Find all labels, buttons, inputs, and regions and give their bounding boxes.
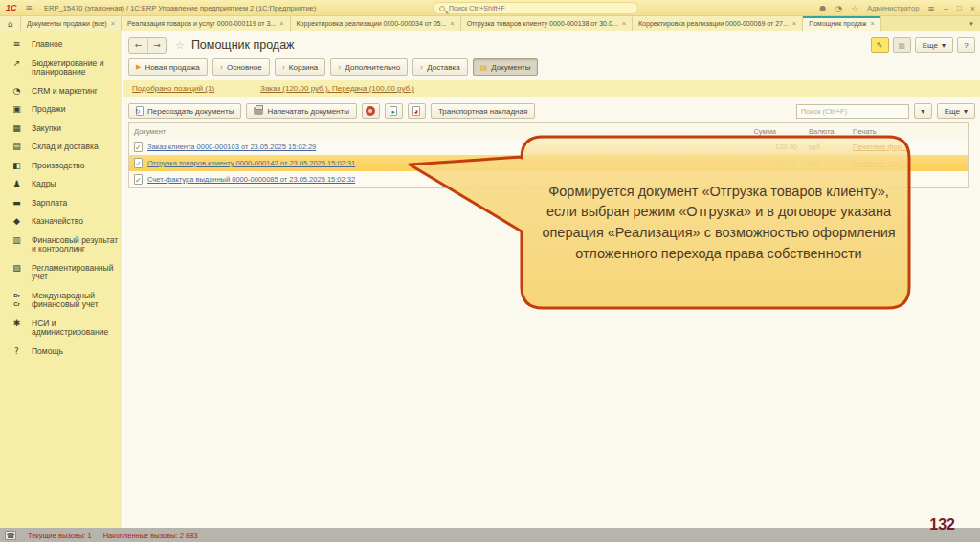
sidebar-item-crm[interactable]: ◔CRM и маркетинг (0, 82, 122, 101)
grid-icon: ▦ (898, 41, 905, 50)
tab-realization[interactable]: Реализация товаров и услуг 0000-000119 о… (122, 16, 290, 31)
table-search-input[interactable] (796, 104, 909, 119)
sidebar-item-nsi-admin[interactable]: ✱НСИ и администрирование (0, 315, 122, 342)
panel-header: ← → ☆ Помощник продаж ✎ ▦ Еще▾ ? (128, 35, 975, 55)
sidebar-item-finresult[interactable]: ▥Финансовый результат и контроллинг (0, 231, 122, 259)
service-menu-icon[interactable]: ≡ (927, 4, 935, 13)
button-label: Транспортная накладная (438, 107, 527, 116)
document-link[interactable]: Отгрузка товаров клиенту 0000-000142 от … (147, 159, 355, 167)
close-tab-icon[interactable]: × (622, 19, 626, 28)
sidebar-item-ifrs[interactable]: Dr CrМеждународный финансовый учет (0, 287, 122, 315)
selected-positions-link[interactable]: Подобрано позиций (1) (132, 84, 214, 93)
step-new-sale-button[interactable]: ▶Новая продажа (128, 58, 208, 76)
current-user[interactable]: Администратор (867, 4, 919, 12)
search-icon (439, 6, 445, 11)
minimize-icon[interactable]: – (944, 4, 948, 13)
sidebar-item-label: Склад и доставка (32, 143, 99, 152)
grid-view-button[interactable]: ▦ (893, 37, 911, 53)
sidebar-item-help[interactable]: ?Помощь (0, 342, 122, 362)
sidebar-item-payroll[interactable]: ▬Зарплата (0, 194, 122, 213)
step-delivery-button[interactable]: ›Доставка (412, 58, 468, 76)
step-label: Документы (491, 63, 530, 72)
back-button[interactable]: ← (129, 38, 147, 53)
sidebar-item-production[interactable]: ◧Производство (0, 157, 122, 176)
more-button-header[interactable]: Еще▾ (915, 37, 953, 53)
tab-label: Документы продажи (все) (27, 20, 107, 27)
chart-up-icon: ↗ (11, 59, 23, 69)
step-additional-button[interactable]: ›Дополнительно (330, 58, 408, 76)
tab-bar: ⌂ Документы продажи (все) × Реализация т… (0, 16, 980, 31)
sidebar-item-treasury[interactable]: ◆Казначейство (0, 212, 122, 231)
window-titlebar: 1С ≡ ERP_15470 (эталонная) / 1C:ERP Упра… (0, 0, 980, 16)
factory-icon: ◧ (11, 162, 23, 171)
global-search-input[interactable] (449, 5, 632, 11)
treasury-icon: ◆ (11, 217, 23, 227)
main-menu-icon[interactable]: ≡ (26, 3, 33, 12)
red-badge-button[interactable] (362, 103, 380, 119)
wizard-steps: ▶Новая продажа ›Основное ›Корзина ›Допол… (128, 58, 538, 76)
close-tab-icon[interactable]: × (792, 19, 796, 28)
page-title: Помощник продаж (191, 38, 295, 52)
close-tab-icon[interactable]: × (279, 19, 283, 28)
document-link[interactable]: Счет-фактура выданный 0000-0000085 от 23… (147, 175, 355, 184)
step-documents-button[interactable]: ▤Документы (473, 58, 539, 76)
briefcase-icon: ▣ (11, 105, 23, 115)
notifications-bell-icon[interactable]: ● (819, 4, 826, 12)
step-label: Новая продажа (145, 63, 199, 72)
sidebar-item-label: CRM и маркетинг (32, 87, 98, 97)
waybill-button[interactable]: Транспортная накладная (431, 103, 535, 119)
step-label: Основное (227, 63, 262, 72)
sidebar-item-hr[interactable]: ♟Кадры (0, 175, 122, 194)
tab-sales-assistant[interactable]: Помощник продаж × (803, 16, 881, 31)
step-cart-button[interactable]: ›Корзина (275, 58, 326, 76)
sidebar-item-label: Помощь (32, 347, 63, 357)
print-documents-button[interactable]: Напечатать документы (246, 103, 356, 119)
tab-shipment[interactable]: Отгрузка товаров клиенту 0000-000138 от … (461, 16, 633, 31)
search-dropdown-button[interactable]: ▾ (914, 103, 932, 119)
maximize-icon[interactable]: □ (957, 4, 962, 12)
edit-form-button[interactable]: ✎ (871, 37, 889, 53)
sidebar-item-main[interactable]: ≡Главное (0, 35, 122, 55)
close-window-icon[interactable]: × (970, 4, 975, 13)
step-main-button[interactable]: ›Основное (212, 58, 270, 76)
sidebar-item-sales[interactable]: ▣Продажи (0, 100, 122, 120)
phone-calls-icon: ☎ (5, 531, 16, 540)
export-document-button[interactable] (385, 103, 403, 119)
help-button[interactable]: ? (957, 37, 975, 53)
sidebar-item-purchases[interactable]: ▦Закупки (0, 120, 122, 139)
tab-correction-2[interactable]: Корректировка реализации 0000-000069 от … (633, 16, 803, 31)
order-transfer-link[interactable]: Заказ (120,00 руб.), Передача (100,00 ру… (260, 84, 414, 93)
sidebar-item-label: НСИ и администрирование (32, 319, 120, 338)
tab-label: Корректировка реализации 0000-000034 от … (297, 20, 447, 27)
sidebar-item-label: Кадры (32, 180, 56, 189)
status-bar: ☎ Текущие вызовы: 1 Накопленные вызовы: … (0, 528, 980, 542)
global-search[interactable] (433, 2, 638, 14)
favorite-star-icon[interactable]: ☆ (175, 39, 185, 52)
document-link[interactable]: Заказ клиента 0000-000103 от 23.05.2025 … (147, 143, 316, 151)
info-strip: Подобрано позиций (1) Заказ (120,00 руб.… (123, 80, 980, 97)
sidebar-item-regulated[interactable]: ▨Регламентированный учет (0, 259, 122, 287)
step-label: Корзина (289, 63, 318, 72)
close-tab-icon[interactable]: × (870, 19, 874, 28)
close-tab-icon[interactable]: × (450, 19, 454, 28)
document-report-button[interactable] (408, 103, 426, 119)
forward-button[interactable]: → (147, 38, 166, 53)
favorites-star-icon[interactable]: ☆ (851, 4, 858, 13)
recreate-documents-button[interactable]: Пересоздать документы (128, 103, 241, 119)
window-title: ERP_15470 (эталонная) / 1C:ERP Управлени… (44, 4, 316, 12)
sidebar-item-warehouse[interactable]: ▤Склад и доставка (0, 138, 122, 157)
sidebar-item-label: Зарплата (32, 199, 67, 209)
history-icon[interactable]: ◔ (835, 4, 842, 13)
tab-home[interactable]: ⌂ (0, 16, 21, 31)
tab-overflow-icon[interactable]: ▾ (963, 16, 980, 31)
drcr-icon: Dr Cr (11, 292, 23, 310)
tab-correction-1[interactable]: Корректировка реализации 0000-000034 от … (291, 16, 461, 31)
posted-document-icon (134, 158, 143, 168)
section-sidebar: ≡Главное ↗Бюджетирование и планирование … (0, 31, 122, 528)
tab-sales-documents[interactable]: Документы продажи (все) × (21, 16, 122, 31)
button-label: Напечатать документы (267, 107, 348, 116)
sidebar-item-budgeting[interactable]: ↗Бюджетирование и планирование (0, 55, 122, 82)
more-button-table[interactable]: Еще▾ (937, 103, 975, 119)
recreate-documents-icon (136, 106, 144, 116)
close-tab-icon[interactable]: × (111, 19, 115, 28)
